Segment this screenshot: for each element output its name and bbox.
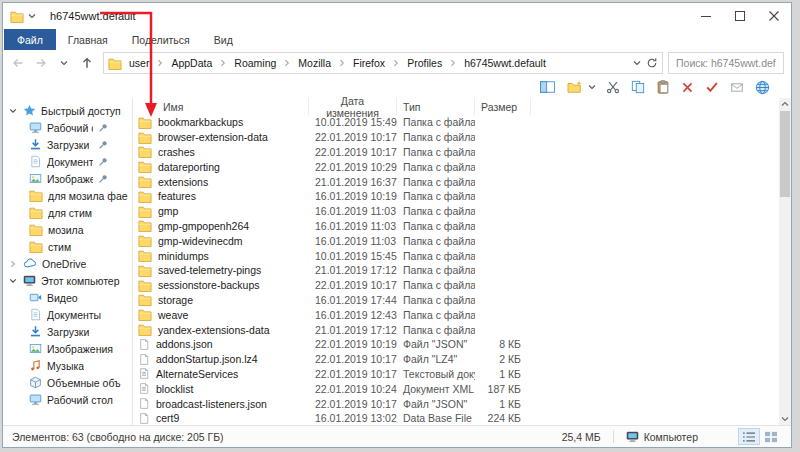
scroll-down-icon[interactable] [779,413,791,425]
sidebar-section[interactable]: OneDrive [3,255,132,272]
recent-locations-button[interactable] [52,52,75,74]
file-row[interactable]: gmp-gmpopenh26416.01.2019 11:03Папка с ф… [133,219,779,234]
breadcrumb-separator[interactable] [154,58,166,68]
new-folder-button[interactable] [566,80,584,94]
sidebar-item[interactable]: Рабочий стол [3,391,132,408]
column-header-name[interactable]: Имя [133,98,309,115]
file-row[interactable]: bookmarkbackups10.01.2019 15:49Папка с ф… [133,115,779,130]
file-row[interactable]: storage16.01.2019 17:44Папка с файлами [133,293,779,308]
breadcrumb-separator[interactable] [281,58,293,68]
sidebar-item[interactable]: Изображения [3,170,132,187]
help-globe-button[interactable] [754,80,771,95]
up-button[interactable] [75,52,98,74]
sidebar-item[interactable]: мозила [3,221,132,238]
file-row[interactable]: sessionstore-backups22.01.2019 10:17Папк… [133,278,779,293]
thumbnails-view-button[interactable] [760,428,782,445]
nav-buttons [6,52,98,74]
breadcrumb-item[interactable]: Roaming [231,57,279,69]
file-row[interactable]: datareporting22.01.2019 10:29Папка с фай… [133,159,779,174]
cut-button[interactable] [605,80,621,94]
breadcrumb-item[interactable]: Profiles [404,57,445,69]
breadcrumb-item[interactable]: Firefox [350,57,388,69]
file-row[interactable]: AlternateServices22.01.2019 10:17Текстов… [133,367,779,382]
sidebar-item[interactable]: Видео [3,289,132,306]
maximize-button[interactable] [723,3,757,29]
breadcrumb-item[interactable]: user [126,57,152,69]
column-header-date[interactable]: Дата изменения [309,98,397,115]
sidebar-item[interactable]: для стим [3,204,132,221]
file-row[interactable]: gmp-widevinecdm16.01.2019 11:03Папка с ф… [133,233,779,248]
preview-pane-button[interactable] [538,80,557,94]
sidebar-item[interactable]: Загрузки [3,323,132,340]
file-row[interactable]: yandex-extensions-data21.01.2019 17:12Па… [133,322,779,337]
sidebar-item[interactable]: для мозила фае [3,187,132,204]
delete-button[interactable] [680,81,695,94]
location-indicator: Компьютер [626,430,698,443]
sidebar-item[interactable]: Загрузки [3,136,132,153]
new-folder-button-dropdown-icon[interactable] [588,83,596,91]
file-type: Папка с файлами [397,131,475,143]
chevron-down-icon[interactable] [7,276,18,286]
sidebar-section[interactable]: Этот компьютер [3,272,132,289]
paste-button[interactable] [655,80,671,94]
scrollbar-thumb[interactable] [780,111,790,197]
chevron-down-icon[interactable] [7,106,18,116]
file-row[interactable]: extensions21.01.2019 16:37Папка с файлам… [133,174,779,189]
pictures-icon [29,342,42,355]
file-row[interactable]: saved-telemetry-pings21.01.2019 17:12Пап… [133,263,779,278]
file-menu-button[interactable]: Файл [4,29,56,50]
breadcrumb-separator[interactable] [447,58,459,68]
sidebar-item[interactable]: Изображения [3,340,132,357]
column-header-label: Размер [481,101,517,113]
file-row[interactable]: browser-extension-data22.01.2019 10:17Па… [133,130,779,145]
file-row[interactable]: crashes22.01.2019 10:17Папка с файлами [133,145,779,160]
file-row[interactable]: addons.json22.01.2019 10:19Файл "JSON"8 … [133,337,779,352]
sidebar-item[interactable]: Музыка [3,357,132,374]
breadcrumb-separator[interactable] [390,58,402,68]
column-header-size[interactable]: Размер [475,98,531,115]
file-row[interactable]: features16.01.2019 10:19Папка с файлами [133,189,779,204]
mail-button[interactable] [729,81,745,94]
vertical-scrollbar[interactable] [779,98,791,425]
sidebar-item[interactable]: Рабочий сто [3,119,132,136]
breadcrumb-item[interactable]: Mozilla [295,57,334,69]
sidebar-section[interactable]: Быстрый доступ [3,102,132,119]
sidebar-item[interactable]: стим [3,238,132,255]
column-header-type[interactable]: Тип [397,98,475,115]
file-row[interactable]: cert916.01.2019 13:02Data Base File224 К… [133,411,779,425]
details-view-button[interactable] [738,428,760,445]
ribbon-tab[interactable]: Вид [202,29,245,50]
copy-button[interactable] [630,80,646,94]
sidebar-item[interactable]: Объемные объ [3,374,132,391]
file-row[interactable]: minidumps10.01.2019 15:45Папка с файлами [133,248,779,263]
breadcrumb-separator[interactable] [217,58,229,68]
breadcrumb-item[interactable]: h6745wwt.default [461,57,549,69]
file-date: 22.01.2019 10:17 [309,146,397,158]
breadcrumb-separator[interactable] [336,58,348,68]
qat-dropdown-icon[interactable] [28,12,36,20]
scroll-up-icon[interactable] [779,98,791,110]
close-button[interactable] [757,3,791,29]
minimize-button[interactable] [689,3,723,29]
file-row[interactable]: addonStartup.json.lz422.01.2019 10:17Фай… [133,352,779,367]
file-size: 8 КБ [475,338,531,350]
sidebar-item-label: для стим [48,207,92,219]
sidebar-item[interactable]: Документы [3,153,132,170]
address-dropdown-icon[interactable] [633,59,641,67]
ribbon-tab[interactable]: Поделиться [120,29,202,50]
file-row[interactable]: broadcast-listeners.json22.01.2019 10:17… [133,396,779,411]
chevron-right-icon[interactable] [7,259,18,269]
confirm-button[interactable] [704,80,720,94]
ribbon-tab[interactable]: Главная [56,29,120,50]
back-button[interactable] [6,52,29,74]
refresh-icon[interactable] [646,57,658,69]
file-row[interactable]: blocklist22.01.2019 10:24Документ XML187… [133,381,779,396]
file-row[interactable]: weave16.01.2019 12:43Папка с файлами [133,307,779,322]
search-input[interactable] [674,56,778,70]
address-bar[interactable]: userAppDataRoamingMozillaFirefoxProfiles… [103,52,663,74]
sidebar-item[interactable]: Документы [3,306,132,323]
file-row[interactable]: gmp16.01.2019 11:03Папка с файлами [133,204,779,219]
pin-icon [98,157,108,167]
forward-button[interactable] [29,52,52,74]
breadcrumb-item[interactable]: AppData [168,57,215,69]
